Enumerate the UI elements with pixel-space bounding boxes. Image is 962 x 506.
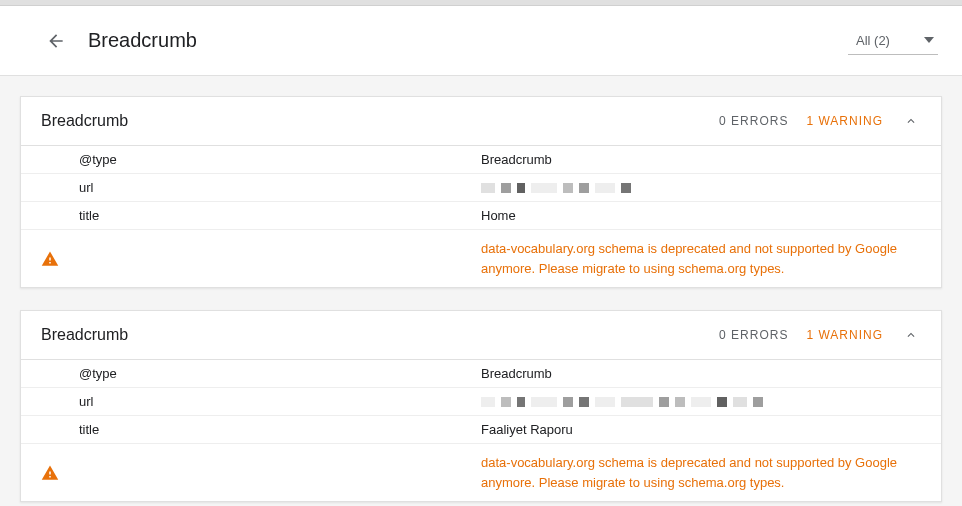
arrow-left-icon bbox=[46, 31, 66, 51]
property-key: @type bbox=[21, 152, 481, 167]
property-value: Breadcrumb bbox=[481, 366, 941, 381]
warning-message: data-vocabulary.org schema is deprecated… bbox=[481, 447, 941, 498]
property-value: Home bbox=[481, 208, 941, 223]
warning-row: data-vocabulary.org schema is deprecated… bbox=[21, 230, 941, 287]
chevron-up-icon bbox=[904, 114, 918, 128]
property-key: title bbox=[21, 208, 481, 223]
property-value-redacted bbox=[481, 183, 941, 193]
warning-icon bbox=[41, 250, 59, 268]
page-title: Breadcrumb bbox=[88, 29, 848, 52]
errors-count: 0 ERRORS bbox=[719, 328, 788, 342]
chevron-up-icon bbox=[904, 328, 918, 342]
property-value-redacted bbox=[481, 397, 941, 407]
property-key: @type bbox=[21, 366, 481, 381]
property-value: Faaliyet Raporu bbox=[481, 422, 941, 437]
warnings-count: 1 WARNING bbox=[806, 114, 883, 128]
caret-down-icon bbox=[924, 37, 934, 43]
page-header: Breadcrumb All (2) bbox=[0, 6, 962, 76]
card-header[interactable]: Breadcrumb 0 ERRORS 1 WARNING bbox=[21, 311, 941, 360]
property-row: title Home bbox=[21, 202, 941, 230]
filter-label: All (2) bbox=[856, 33, 890, 48]
collapse-toggle[interactable] bbox=[901, 325, 921, 345]
property-key: url bbox=[21, 394, 481, 409]
result-card: Breadcrumb 0 ERRORS 1 WARNING @type Brea… bbox=[20, 310, 942, 502]
property-key: url bbox=[21, 180, 481, 195]
card-header[interactable]: Breadcrumb 0 ERRORS 1 WARNING bbox=[21, 97, 941, 146]
back-button[interactable] bbox=[44, 29, 68, 53]
warning-icon bbox=[41, 464, 59, 482]
result-card: Breadcrumb 0 ERRORS 1 WARNING @type Brea… bbox=[20, 96, 942, 288]
property-row: title Faaliyet Raporu bbox=[21, 416, 941, 444]
property-row: url bbox=[21, 174, 941, 202]
property-value: Breadcrumb bbox=[481, 152, 941, 167]
property-row: @type Breadcrumb bbox=[21, 360, 941, 388]
warning-message: data-vocabulary.org schema is deprecated… bbox=[481, 233, 941, 284]
property-row: @type Breadcrumb bbox=[21, 146, 941, 174]
warning-row: data-vocabulary.org schema is deprecated… bbox=[21, 444, 941, 501]
card-title: Breadcrumb bbox=[41, 326, 719, 344]
errors-count: 0 ERRORS bbox=[719, 114, 788, 128]
property-key: title bbox=[21, 422, 481, 437]
warnings-count: 1 WARNING bbox=[806, 328, 883, 342]
filter-dropdown[interactable]: All (2) bbox=[848, 27, 938, 55]
collapse-toggle[interactable] bbox=[901, 111, 921, 131]
card-title: Breadcrumb bbox=[41, 112, 719, 130]
property-row: url bbox=[21, 388, 941, 416]
